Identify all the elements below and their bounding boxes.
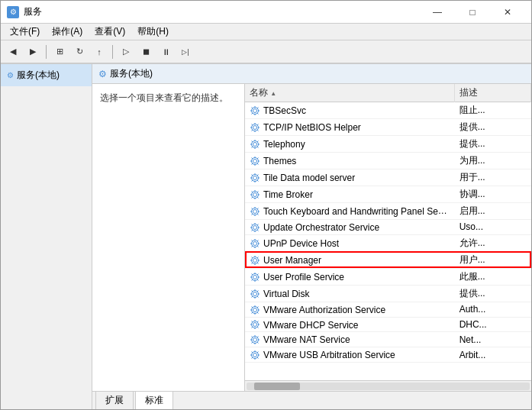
sidebar-item-local[interactable]: ⚙ 服务(本地) (1, 64, 92, 86)
svg-point-28 (253, 338, 257, 342)
show-hide-button[interactable]: ⊞ (50, 44, 69, 60)
service-table-scroll[interactable]: 名称 ▲ 描述 TBSecSvc阻止... (245, 84, 531, 380)
col-header-name[interactable]: 名称 ▲ (245, 84, 455, 102)
service-name-cell: VMware NAT Service (245, 332, 455, 347)
toolbar-sep-1 (46, 45, 47, 59)
service-gear-svg (250, 139, 260, 150)
title-bar-left: ⚙ 服务 (7, 5, 42, 18)
table-row[interactable]: Touch Keyboard and Handwriting Panel Ser… (245, 203, 531, 220)
service-name-cell: Time Broker (245, 186, 455, 203)
table-row[interactable]: Tile Data model server用于... (245, 169, 531, 186)
table-row[interactable]: User Manager用户... (245, 251, 531, 268)
table-row[interactable]: Time Broker协调... (245, 186, 531, 203)
service-name-text: Update Orchestrator Service (263, 222, 379, 233)
pause-button[interactable]: ⏸ (156, 44, 175, 60)
table-row[interactable]: TBSecSvc阻止... (245, 102, 531, 119)
gear-icon (250, 319, 260, 330)
maximize-button[interactable]: □ (455, 1, 490, 24)
left-pane-description: 选择一个项目来查看它的描述。 (100, 92, 228, 103)
menu-view[interactable]: 查看(V) (89, 24, 131, 40)
service-desc-cell: 此服... (455, 268, 531, 285)
close-button[interactable]: ✕ (490, 1, 525, 24)
svg-point-21 (252, 273, 259, 280)
service-gear-svg (250, 156, 260, 166)
service-desc-cell: 用于... (455, 169, 531, 186)
service-gear-svg (250, 173, 260, 183)
svg-point-5 (252, 140, 259, 147)
left-pane: 选择一个项目来查看它的描述。 (92, 84, 245, 391)
right-pane-content: 名称 ▲ 描述 TBSecSvc阻止... (245, 84, 531, 391)
svg-point-26 (253, 323, 257, 327)
table-row[interactable]: TCP/IP NetBIOS Helper提供... (245, 119, 531, 136)
toolbar: ◀ ▶ ⊞ ↻ ↑ ▷ ◼ ⏸ ▷| (1, 40, 531, 63)
sort-arrow-name: ▲ (270, 90, 276, 97)
title-controls: — □ ✕ (420, 1, 525, 24)
col-header-desc[interactable]: 描述 (455, 84, 531, 102)
service-name-text: TCP/IP NetBIOS Helper (263, 122, 361, 133)
table-row[interactable]: Themes为用... (245, 153, 531, 169)
title-bar: ⚙ 服务 — □ ✕ (1, 1, 531, 24)
gear-icon (250, 334, 260, 345)
horizontal-scrollbar[interactable] (245, 380, 531, 391)
service-desc-cell: Net... (455, 332, 531, 347)
scrollbar-track-h[interactable] (247, 383, 530, 390)
service-name-cell: Tile Data model server (245, 169, 455, 186)
content-area: ⚙ 服务(本地) 选择一个项目来查看它的描述。 (92, 64, 531, 409)
table-row[interactable]: VMware Authorization ServiceAuth... (245, 302, 531, 317)
service-desc-cell: Auth... (455, 302, 531, 317)
gear-icon (250, 156, 260, 166)
gear-icon (250, 105, 260, 116)
service-name-text: VMware USB Arbitration Service (263, 350, 395, 360)
menu-file[interactable]: 文件(F) (4, 24, 46, 40)
service-name-cell: VMware Authorization Service (245, 302, 455, 317)
service-name-cell: Update Orchestrator Service (245, 220, 455, 235)
table-row[interactable]: VMware DHCP ServiceDHC... (245, 317, 531, 332)
gear-icon (250, 222, 260, 233)
svg-point-31 (252, 352, 259, 359)
bottom-tabs: 扩展 标准 (92, 391, 531, 409)
scrollbar-thumb-h[interactable] (254, 383, 300, 390)
svg-point-27 (252, 321, 259, 328)
table-row[interactable]: Telephony提供... (245, 136, 531, 153)
service-list: TBSecSvc阻止... TCP/IP NetBIOS Helper提供...… (245, 102, 531, 363)
svg-point-10 (253, 192, 257, 196)
table-row[interactable]: Update Orchestrator ServiceUso... (245, 220, 531, 235)
svg-point-0 (253, 108, 257, 112)
table-row[interactable]: VMware NAT ServiceNet... (245, 332, 531, 347)
start-button[interactable]: ▷ (117, 44, 135, 60)
gear-icon (250, 122, 260, 133)
table-row[interactable]: VMware USB Arbitration ServiceArbit... (245, 347, 531, 363)
tab-standard[interactable]: 标准 (135, 391, 173, 409)
restart-button[interactable]: ▷| (176, 44, 195, 60)
stop-button[interactable]: ◼ (137, 44, 155, 60)
content-header: ⚙ 服务(本地) (92, 64, 531, 84)
service-name-text: VMware NAT Service (263, 334, 350, 345)
table-row[interactable]: User Profile Service此服... (245, 268, 531, 285)
menu-action[interactable]: 操作(A) (46, 24, 89, 40)
service-name-cell: TBSecSvc (245, 102, 455, 119)
minimize-button[interactable]: — (420, 1, 455, 24)
service-gear-svg (250, 319, 260, 330)
back-button[interactable]: ◀ (4, 44, 22, 60)
menu-help[interactable]: 帮助(H) (131, 24, 175, 40)
service-gear-svg (250, 189, 260, 200)
svg-point-17 (252, 240, 259, 247)
refresh-button[interactable]: ↻ (70, 44, 89, 60)
service-name-text: UPnP Device Host (263, 238, 339, 249)
forward-button[interactable]: ▶ (24, 44, 42, 60)
service-desc-cell: 提供... (455, 285, 531, 302)
service-name-cell: UPnP Device Host (245, 234, 455, 251)
table-row[interactable]: Virtual Disk提供... (245, 285, 531, 302)
service-desc-cell: DHC... (455, 317, 531, 332)
export-button[interactable]: ↑ (90, 44, 108, 60)
service-name-cell: TCP/IP NetBIOS Helper (245, 119, 455, 136)
tab-expand[interactable]: 扩展 (95, 391, 134, 409)
table-row[interactable]: UPnP Device Host允许... (245, 234, 531, 251)
service-name-cell: User Profile Service (245, 268, 455, 285)
gear-icon (250, 173, 260, 183)
service-name-text: Time Broker (263, 189, 313, 200)
service-gear-svg (250, 206, 260, 217)
svg-point-3 (252, 124, 259, 131)
gear-icon (250, 206, 260, 217)
gear-icon (250, 289, 260, 299)
